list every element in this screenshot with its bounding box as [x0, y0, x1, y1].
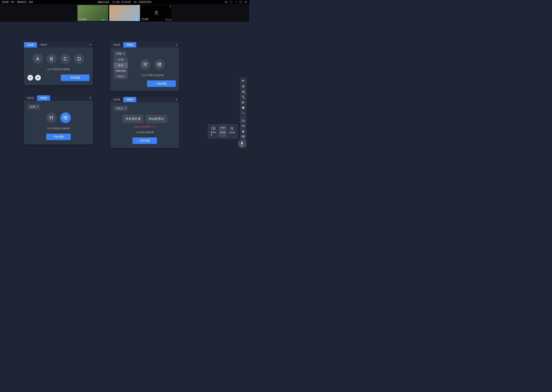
false-button[interactable]: 错 [154, 59, 165, 70]
decrease-options-button[interactable]: − [27, 75, 33, 81]
svg-point-5 [102, 19, 103, 21]
svg-rect-28 [244, 126, 244, 126]
preset-hint: 点击预设正确答案 [114, 131, 176, 134]
panel-close-icon[interactable]: ✕ [175, 43, 178, 46]
svg-rect-26 [242, 126, 243, 126]
option-d-button[interactable]: D [74, 54, 84, 64]
laser-pointer-tool[interactable] [241, 111, 246, 116]
participant-name: Nina [110, 18, 114, 21]
svg-point-19 [244, 81, 244, 81]
video-tile-student-1[interactable]: ✕ Nina [109, 5, 140, 21]
true-button[interactable]: 对 [46, 112, 57, 123]
svg-text:✓: ✓ [221, 129, 222, 130]
preset-hint: 点击字母预设正确答案 [27, 127, 89, 130]
start-quiz-button[interactable]: 开始答题 [147, 80, 176, 87]
svg-text:✕: ✕ [224, 129, 224, 130]
screen-share-button[interactable]: 屏幕共享 [210, 126, 217, 137]
buzzer-button[interactable]: 抢答器 [228, 126, 236, 137]
panel-close-icon[interactable]: ✕ [89, 97, 91, 99]
video-close-icon[interactable]: ✕ [169, 5, 171, 7]
true-button[interactable]: 对 [140, 59, 151, 70]
quiz-tool-button[interactable]: AB✓✕ 答题器 [219, 126, 226, 137]
video-tile-student-2[interactable]: ✕ 王小明 [141, 5, 172, 21]
custom-option-2[interactable]: 诗仙是李白 [146, 115, 167, 123]
close-icon[interactable] [245, 1, 247, 3]
tab-judgment[interactable]: 判断题 [123, 42, 136, 48]
minimize-icon[interactable] [235, 1, 237, 3]
mic-muted-icon [166, 19, 167, 21]
packet-loss: 丢包率：0% [2, 0, 14, 4]
participant-name: 王小明 [142, 18, 148, 21]
network-status: 网络状态：良好 [17, 0, 33, 4]
tab-choice[interactable]: 选择题 [24, 95, 37, 101]
svg-point-8 [156, 12, 157, 13]
move-tool[interactable] [241, 84, 246, 89]
option-a-button[interactable]: A [33, 54, 43, 64]
judgment-type-dropdown[interactable]: 对/错 [27, 104, 40, 110]
mic-icon [138, 19, 139, 21]
dropdown-item[interactable]: 精致/粗糙 [114, 68, 128, 74]
svg-point-32 [243, 136, 243, 137]
start-quiz-button[interactable]: 开始答题 [46, 133, 71, 140]
custom-option-1[interactable]: 诗圣是杜甫 [122, 115, 144, 123]
preset-hint: 点击字母预设正确答案 [27, 68, 89, 71]
settings-icon[interactable] [230, 1, 232, 3]
dropdown-item[interactable]: 对/错 [114, 57, 128, 63]
panel-close-icon[interactable]: ✕ [89, 43, 91, 46]
svg-point-33 [244, 136, 244, 137]
dropdown-item[interactable]: 美/丑 [114, 63, 128, 68]
option-b-button[interactable]: B [46, 54, 57, 64]
panel-close-icon[interactable]: ✕ [175, 98, 178, 101]
option-c-button[interactable]: C [60, 54, 71, 64]
svg-point-22 [242, 103, 243, 104]
svg-text:B: B [224, 127, 224, 128]
participants-tool[interactable] [241, 129, 246, 134]
tab-judgment[interactable]: 判断题 [123, 97, 136, 102]
fullscreen-icon[interactable] [240, 1, 242, 3]
eraser-tool[interactable] [241, 105, 246, 110]
tab-judgment[interactable]: 判断题 [37, 95, 50, 101]
svg-point-18 [244, 80, 244, 80]
judgment-type-dropdown[interactable]: 自定义 [114, 106, 128, 111]
svg-text:A: A [221, 127, 222, 128]
tab-judgment[interactable]: 判断题 [37, 42, 50, 48]
text-tool[interactable]: T [241, 95, 246, 99]
tab-choice[interactable]: 选择题 [110, 97, 123, 102]
session-id: ID：2020070324 [134, 0, 152, 4]
svg-rect-27 [243, 126, 244, 126]
scissors-tool[interactable] [241, 100, 246, 105]
tab-choice[interactable]: 选择题 [110, 42, 123, 48]
false-button[interactable]: 错 [60, 112, 71, 123]
video-close-icon[interactable]: ✕ [138, 5, 139, 7]
preset-hint: 点击字母预设正确答案 [129, 74, 176, 77]
alarm-clock-icon [230, 126, 234, 131]
video-tile-teacher[interactable]: 叮当老师 [77, 5, 108, 21]
right-toolbar: T [240, 77, 247, 148]
cursor-tool[interactable] [241, 78, 246, 84]
signal-icon [102, 19, 103, 21]
apps-tool[interactable] [241, 123, 246, 128]
quiz-panel-choice: 选择题 判断题 ✕ A B C D 点击字母预设正确答案 − + 开始答题 [24, 42, 93, 85]
judgment-dropdown-menu: 对/错 美/丑 精致/粗糙 +自定义 [114, 57, 128, 79]
start-quiz-button[interactable]: 开始答题 [61, 74, 89, 81]
raise-hand-widget[interactable]: 0/2 [238, 139, 247, 148]
volume-bars-icon [106, 19, 107, 21]
svg-point-29 [243, 130, 244, 131]
svg-point-6 [136, 19, 137, 21]
tab-choice[interactable]: 选择题 [24, 42, 37, 48]
start-quiz-button[interactable]: 开始答题 [132, 137, 157, 144]
top-status-bar: 丢包率：0% 网络状态：良好 神秘大自然 已上课：02:34:09 ID：202… [0, 0, 249, 4]
judgment-type-dropdown[interactable]: 对/错 [114, 51, 126, 56]
raised-hands-count: 0/2 [241, 145, 243, 147]
svg-rect-0 [225, 1, 226, 3]
video-strip: 叮当老师 ✕ Nina ✕ 王小明 [0, 4, 249, 22]
camera-toggle-icon[interactable] [225, 1, 227, 3]
pen-tool[interactable] [241, 89, 246, 94]
mic-icon [104, 19, 105, 21]
increase-options-button[interactable]: + [35, 75, 41, 81]
screen-share-icon [211, 126, 216, 131]
feature-popup: 屏幕共享 AB✓✕ 答题器 抢答器 [208, 124, 238, 139]
folder-tool[interactable] [241, 118, 246, 123]
chat-tool[interactable] [241, 134, 246, 139]
dropdown-item[interactable]: +自定义 [114, 74, 128, 79]
